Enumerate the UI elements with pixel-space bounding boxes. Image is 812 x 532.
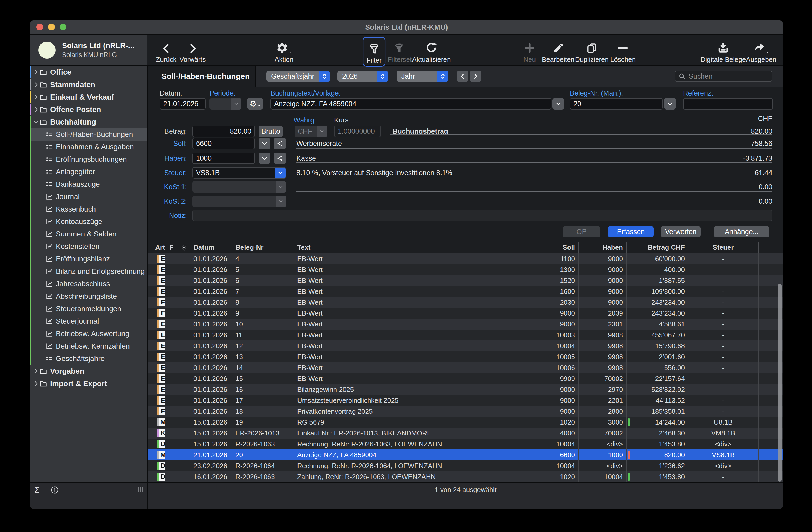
sidebar-item-summen-salden[interactable]: Summen & Salden xyxy=(30,228,147,240)
previous-period-button[interactable] xyxy=(457,71,468,82)
notiz-input[interactable] xyxy=(192,210,772,221)
chevron-right-icon[interactable] xyxy=(33,94,40,100)
table-row[interactable]: E01.01.202615EB-Wert99097000222’157.64- xyxy=(148,373,783,384)
sidebar-item-soll-haben-buchungen[interactable]: Soll-/Haben-Buchungen xyxy=(30,128,147,141)
filter-year-select[interactable]: 2026 xyxy=(337,71,388,82)
sidebar-item-betriebsw-kennzahlen[interactable]: Betriebsw. Kennzahlen xyxy=(30,340,147,352)
sidebar-item-gesch-ftsjahre[interactable]: Geschäftsjahre xyxy=(30,352,147,365)
soll-split-button[interactable] xyxy=(274,138,286,149)
toolbar-action-button[interactable]: Aktion xyxy=(275,38,293,63)
sidebar-item-bankausz-ge[interactable]: Bankauszüge xyxy=(30,178,147,191)
sidebar-resize-grip[interactable] xyxy=(138,487,143,492)
chevron-right-icon[interactable] xyxy=(33,368,40,374)
chevron-down-icon[interactable] xyxy=(33,119,40,125)
table-row[interactable]: E01.01.202616Bilanzgewinn 20259000297052… xyxy=(148,384,783,395)
sidebar-item-journal[interactable]: Journal xyxy=(30,191,147,203)
sidebar-item-einnahmen-ausgaben[interactable]: Einnahmen & Ausgaben xyxy=(30,141,147,153)
beleg-nr-input[interactable] xyxy=(570,98,663,109)
sidebar-group-stammdaten[interactable]: Stammdaten xyxy=(30,78,147,91)
next-period-button[interactable] xyxy=(470,71,481,82)
toolbar-forward-button[interactable]: Vorwärts xyxy=(179,38,206,63)
datum-input[interactable] xyxy=(160,98,206,109)
column-header-haben[interactable]: Haben xyxy=(579,242,627,253)
periode-select[interactable] xyxy=(209,98,242,109)
table-row[interactable]: E01.01.202610EB-Wert900023014’588.61- xyxy=(148,319,783,329)
toolbar-digital-receipts-button[interactable]: Digitale Belege xyxy=(701,38,746,63)
vertical-scrollbar-thumb[interactable] xyxy=(778,284,782,482)
toolbar-output-button[interactable]: Ausgeben xyxy=(746,38,776,63)
sidebar-item-er-ffnungsbilanz[interactable]: Eröffnungsbilanz xyxy=(30,253,147,265)
sidebar-item-abschreibungsliste[interactable]: Abschreibungsliste xyxy=(30,290,147,302)
sidebar-group-office[interactable]: Office xyxy=(30,66,147,78)
sidebar-item-kostenstellen[interactable]: Kostenstellen xyxy=(30,240,147,253)
table-row[interactable]: E01.01.20266EB-Wert152090001’887.55- xyxy=(148,275,783,286)
table-row[interactable]: E01.01.202614EB-Wert100069908556.00- xyxy=(148,362,783,373)
sidebar-item-kontoausz-ge[interactable]: Kontoauszüge xyxy=(30,216,147,228)
verwerfen-button[interactable]: Verwerfen xyxy=(661,226,701,237)
chevron-right-icon[interactable] xyxy=(33,82,40,88)
op-button[interactable]: OP xyxy=(563,226,600,237)
sidebar-item-betriebsw-auswertung[interactable]: Betriebsw. Auswertung xyxy=(30,327,147,340)
brutto-toggle-button[interactable]: Brutto xyxy=(259,125,283,137)
toolbar-back-button[interactable]: Zurück xyxy=(156,38,176,63)
chevron-right-icon[interactable] xyxy=(33,69,40,75)
column-header-flag[interactable]: F xyxy=(165,242,178,253)
kurs-input[interactable] xyxy=(334,125,381,137)
chevron-right-icon[interactable] xyxy=(33,106,40,113)
sidebar-group-vorgaben[interactable]: Vorgaben xyxy=(30,365,147,377)
table-row[interactable]: D15.01.2026R-2026-1063Rechnung, ReNr: R-… xyxy=(148,439,783,449)
toolbar-delete-button[interactable]: Löschen xyxy=(610,38,636,63)
search-field[interactable] xyxy=(675,71,772,82)
sidebar-item-kassenbuch[interactable]: Kassenbuch xyxy=(30,203,147,216)
filter-range-select[interactable]: Jahr xyxy=(397,71,448,82)
toolbar-edit-button[interactable]: Bearbeiten xyxy=(542,38,575,63)
toolbar-filter-button[interactable]: Filter xyxy=(363,37,386,67)
toolbar-refresh-button[interactable]: Aktualisieren xyxy=(412,38,451,63)
buchungstext-dropdown-button[interactable] xyxy=(552,98,564,109)
steuer-select[interactable]: VS8.1B xyxy=(192,167,286,179)
anhaenge-button[interactable]: Anhänge... xyxy=(714,226,769,237)
sidebar-item-steueranmeldungen[interactable]: Steueranmeldungen xyxy=(30,302,147,315)
table-row[interactable]: E01.01.202613EB-Wert1000599082’001.60- xyxy=(148,351,783,362)
column-header-soll[interactable]: Soll xyxy=(532,242,579,253)
sidebar-item-er-ffnungsbuchungen[interactable]: Eröffnungsbuchungen xyxy=(30,153,147,166)
buchungstext-input[interactable] xyxy=(271,98,551,109)
table-row[interactable]: E01.01.20267EB-Wert16009000109’800.00- xyxy=(148,286,783,297)
column-header-text[interactable]: Text xyxy=(294,242,532,253)
haben-dropdown-button[interactable] xyxy=(259,152,271,164)
table-row[interactable]: D16.01.2026R-2026-1063Zahlung, ReNr: R-2… xyxy=(148,471,783,482)
text-options-gear-button[interactable]: ⚙ xyxy=(247,98,263,109)
search-input[interactable] xyxy=(688,72,772,81)
sidebar-group-einkauf-verkauf[interactable]: Einkauf & Verkauf xyxy=(30,91,147,103)
column-header-betrag[interactable]: Betrag CHF xyxy=(627,242,688,253)
table-row[interactable]: E01.01.20265EB-Wert13009000400.00- xyxy=(148,264,783,275)
column-header-art[interactable]: Art xyxy=(153,242,165,253)
filter-period-type-select[interactable]: Geschäftsjahr xyxy=(266,71,330,82)
sidebar-item-jahresabschluss[interactable]: Jahresabschluss xyxy=(30,278,147,290)
column-header-steuer[interactable]: Steuer xyxy=(688,242,758,253)
kost1-select[interactable] xyxy=(192,181,286,193)
column-header-beleg-nr[interactable]: Beleg-Nr xyxy=(232,242,294,253)
soll-input[interactable] xyxy=(192,138,255,149)
sidebar-group-offene-posten[interactable]: Offene Posten xyxy=(30,103,147,116)
column-header-link[interactable] xyxy=(178,242,190,253)
table-row[interactable]: E01.01.20264EB-Wert1100900060’000.00- xyxy=(148,253,783,264)
toolbar-duplicate-button[interactable]: Duplizieren xyxy=(575,38,609,63)
sidebar-group-buchhaltung[interactable]: Buchhaltung xyxy=(30,116,147,128)
sidebar-group-import-export[interactable]: Import & Export xyxy=(30,377,147,390)
referenz-input[interactable] xyxy=(683,98,773,109)
betrag-input[interactable] xyxy=(192,125,255,137)
sidebar-item-steuerjournal[interactable]: Steuerjournal xyxy=(30,315,147,327)
table-row[interactable]: E01.01.202617Umsatzsteuerverbindlichkeit… xyxy=(148,395,783,406)
sidebar-item-anlageg-ter[interactable]: Anlagegüter xyxy=(30,166,147,178)
waehrung-select[interactable]: CHF xyxy=(295,125,327,137)
table-row[interactable]: E01.01.202618Privatkontenvortrag 2025900… xyxy=(148,406,783,417)
table-row[interactable]: D23.02.2026R-2026-1064Rechnung, ReNr: R-… xyxy=(148,460,783,471)
table-row[interactable]: M21.01.202620Anzeige NZZ, FA 48590046600… xyxy=(148,449,783,460)
table-row[interactable]: M15.01.202619RG 56791020300014’244.00U8.… xyxy=(148,417,783,428)
column-header-datum[interactable]: Datum xyxy=(190,242,232,253)
table-row[interactable]: E01.01.20268EB-Wert20309000243’234.00- xyxy=(148,297,783,308)
sum-icon[interactable]: Σ xyxy=(34,485,40,494)
table-row[interactable]: K15.01.2026ER-2026-1013Einkauf Nr.: ER-2… xyxy=(148,428,783,439)
haben-input[interactable] xyxy=(192,152,255,164)
